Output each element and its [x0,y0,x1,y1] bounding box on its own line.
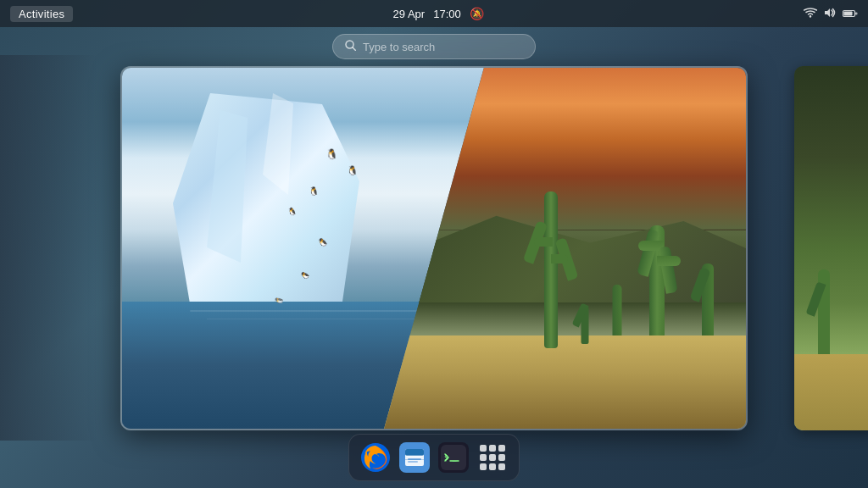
svg-rect-10 [405,449,424,456]
search-container [332,34,536,59]
dock: $ _ [348,434,520,481]
terminal-dock-icon[interactable]: $ _ [436,440,471,475]
svg-rect-12 [408,461,418,463]
penguin-figure: 🐧 [309,186,319,196]
volume-icon[interactable] [824,7,836,20]
penguin-figure: 🐧 [326,148,338,160]
svg-rect-14 [405,459,424,460]
notification-bell-icon[interactable]: 🔕 [470,7,484,20]
topbar-center: 29 Apr 17:00 🔕 [393,7,484,20]
apps-grid-icon [480,445,505,470]
activities-button[interactable]: Activities [10,6,73,22]
side-cactus [811,261,837,363]
cactus-tiny [576,302,593,344]
cactus-medium [695,255,721,340]
penguin-figure: 🐧 [347,165,359,176]
workspaces-area: 🐧 🐧 🐧 🐧 🐧 🐧 🐧 [0,59,868,437]
cactus-large [636,208,678,344]
svg-rect-3 [844,12,853,16]
svg-rect-13 [405,455,424,457]
battery-icon[interactable] [843,7,858,20]
topbar-right [804,7,858,20]
cactus-foreground [534,179,568,348]
svg-marker-1 [825,8,830,17]
firefox-dock-icon[interactable] [358,440,393,475]
search-icon [345,40,356,53]
search-input[interactable] [363,41,523,53]
files-dock-icon[interactable] [397,440,432,475]
search-bar [332,34,536,59]
svg-line-6 [353,47,356,51]
svg-rect-4 [855,13,858,15]
topbar-time: 17:00 [433,8,461,20]
workspace-thumbnail-main[interactable]: 🐧 🐧 🐧 🐧 🐧 🐧 🐧 [120,66,748,430]
svg-point-0 [810,15,811,17]
topbar-date: 29 Apr [393,8,426,20]
topbar: Activities 29 Apr 17:00 🔕 [0,0,868,27]
wifi-icon[interactable] [804,7,817,20]
workspace-thumbnail-side[interactable] [794,66,868,430]
show-apps-dock-icon[interactable] [475,440,510,475]
cactus-small [606,279,627,342]
